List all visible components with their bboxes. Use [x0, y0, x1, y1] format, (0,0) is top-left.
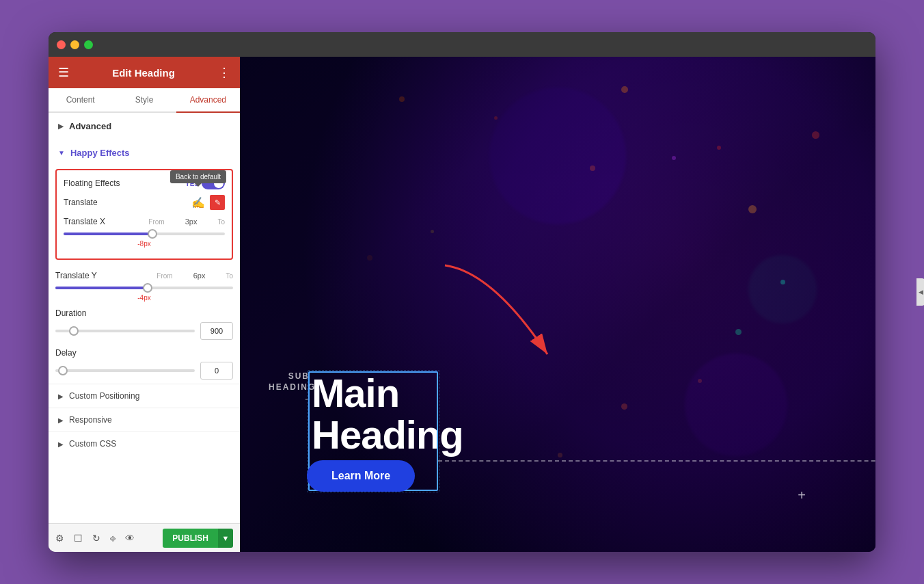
translate-x-header: Translate X From 3px To	[64, 217, 225, 226]
settings-icon[interactable]: ⚙	[55, 533, 64, 544]
toolbar-icons: ⚙ ☐ ↻ ⎆ 👁	[55, 533, 135, 544]
hamburger-icon[interactable]: ☰	[58, 65, 69, 80]
dashed-selection-line	[438, 460, 875, 462]
translate-row: Translate Back to default ✍ ✎	[64, 195, 225, 210]
translate-label: Translate	[64, 198, 98, 207]
delay-control	[55, 362, 233, 380]
responsive-label: Responsive	[69, 415, 112, 425]
custom-css-arrow: ▶	[58, 440, 64, 448]
duration-label: Duration	[55, 308, 233, 318]
titlebar	[49, 32, 875, 57]
floating-effects-box: Floating Effects YES Translate Back to d	[55, 169, 233, 260]
arrow-icon: ▶	[58, 122, 64, 130]
translate-x-subvalue: -8px	[64, 240, 225, 248]
custom-pos-arrow: ▶	[58, 393, 64, 400]
publish-arrow-button[interactable]: ▼	[218, 529, 233, 548]
translate-cursor-icon[interactable]: ✍	[191, 195, 206, 210]
close-button[interactable]	[57, 40, 66, 49]
window-body: ☰ Edit Heading ⋮ Content Style Advanced	[49, 57, 875, 552]
translate-y-value: 6px	[193, 271, 206, 280]
translate-y-thumb[interactable]	[143, 283, 152, 293]
translate-x-track	[64, 233, 225, 235]
sidebar-title: Edit Heading	[112, 67, 175, 79]
duration-section: Duration	[49, 304, 240, 344]
learn-more-button[interactable]: Learn More	[307, 460, 415, 492]
translate-y-subvalue: -4px	[55, 294, 233, 302]
translate-x-section: Translate X From 3px To	[64, 214, 225, 252]
duration-thumb[interactable]	[69, 326, 79, 336]
translate-y-from: From	[157, 272, 172, 280]
duration-input[interactable]	[200, 322, 233, 340]
canvas-background: SUB HEADING - Main Heading + Learn More	[240, 57, 875, 552]
delay-input[interactable]	[200, 362, 233, 380]
translate-reset-icon[interactable]: ✎	[210, 195, 225, 210]
sidebar-toolbar: ⚙ ☐ ↻ ⎆ 👁 PUBLISH ▼	[49, 523, 240, 552]
minimize-button[interactable]	[70, 40, 79, 49]
responsive-icon[interactable]: ⎆	[110, 533, 116, 544]
tab-advanced[interactable]: Advanced	[176, 88, 240, 111]
sidebar-content: ▶ Advanced ▼ Happy Effects Floating Effe…	[49, 113, 240, 523]
delay-section: Delay	[49, 344, 240, 384]
sub-heading: SUB HEADING -	[269, 371, 310, 405]
happy-arrow-icon: ▼	[58, 149, 65, 157]
translate-y-to: To	[226, 272, 233, 280]
tooltip-wrapper: Back to default ✍	[191, 195, 206, 210]
grid-icon[interactable]: ⋮	[218, 65, 230, 80]
custom-positioning-label: Custom Positioning	[69, 391, 139, 401]
duration-control	[55, 322, 233, 340]
section-happy-effects[interactable]: ▼ Happy Effects	[49, 140, 240, 166]
translate-y-fill	[55, 287, 148, 289]
traffic-lights	[57, 40, 93, 49]
preview-icon[interactable]: 👁	[125, 533, 135, 544]
layers-icon[interactable]: ☐	[74, 533, 83, 544]
publish-group: PUBLISH ▼	[163, 529, 233, 548]
delay-track	[55, 369, 195, 372]
section-happy-effects-label: Happy Effects	[70, 148, 130, 158]
section-custom-positioning[interactable]: ▶ Custom Positioning	[49, 384, 240, 408]
translate-x-from: From	[148, 218, 164, 226]
sidebar: ☰ Edit Heading ⋮ Content Style Advanced	[49, 57, 240, 552]
section-advanced-label: Advanced	[69, 121, 111, 131]
translate-x-to: To	[217, 218, 225, 226]
translate-icons: Back to default ✍ ✎	[191, 195, 225, 210]
duration-track	[55, 330, 195, 332]
translate-y-section: Translate Y From 6px To -4px	[49, 265, 240, 304]
translate-y-track	[55, 287, 233, 289]
translate-x-thumb[interactable]	[148, 229, 157, 239]
section-custom-css[interactable]: ▶ Custom CSS	[49, 432, 240, 455]
back-to-default-tooltip: Back to default	[170, 170, 226, 183]
publish-button[interactable]: PUBLISH	[163, 529, 218, 548]
translate-x-fill	[64, 233, 152, 235]
tabs: Content Style Advanced	[49, 88, 240, 113]
translate-y-header: Translate Y From 6px To	[55, 271, 233, 280]
section-responsive[interactable]: ▶ Responsive	[49, 408, 240, 432]
tab-style[interactable]: Style	[112, 88, 176, 111]
section-advanced[interactable]: ▶ Advanced	[49, 113, 240, 140]
floating-effects-label: Floating Effects	[64, 178, 120, 188]
maximize-button[interactable]	[84, 40, 93, 49]
delay-thumb[interactable]	[58, 366, 68, 375]
delay-label: Delay	[55, 348, 233, 358]
app-window: ☰ Edit Heading ⋮ Content Style Advanced	[49, 32, 875, 552]
history-icon[interactable]: ↻	[92, 533, 100, 544]
responsive-arrow: ▶	[58, 416, 64, 424]
translate-x-label: Translate X	[64, 217, 105, 226]
translate-y-label: Translate Y	[55, 271, 97, 280]
sidebar-header: ☰ Edit Heading ⋮	[49, 57, 240, 88]
translate-x-value: 3px	[185, 217, 198, 226]
plus-icon: +	[798, 488, 806, 503]
custom-css-label: Custom CSS	[69, 439, 116, 449]
tab-content[interactable]: Content	[49, 88, 112, 111]
main-content: SUB HEADING - Main Heading + Learn More	[240, 57, 875, 552]
